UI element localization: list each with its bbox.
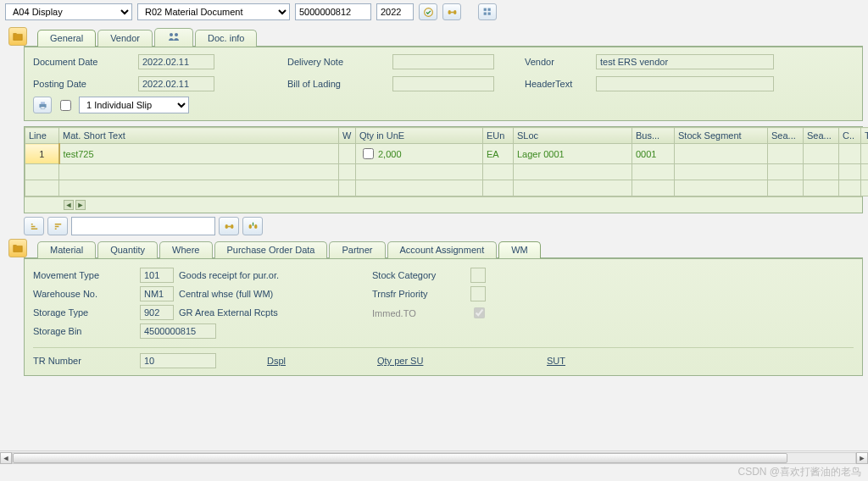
immed-to-checkbox	[474, 307, 485, 318]
refdoc-select[interactable]: R02 Material Document	[137, 3, 290, 20]
col-bus[interactable]: Bus...	[632, 128, 675, 144]
warehouse-no-text: Central whse (full WM)	[179, 289, 281, 299]
find-in-items-button[interactable]	[219, 217, 239, 235]
row-w	[339, 144, 356, 164]
posting-date-value: 2022.02.11	[138, 76, 214, 91]
row-sloc: Lager 0001	[514, 144, 632, 164]
tab-quantity[interactable]: Quantity	[97, 241, 158, 258]
tab-general[interactable]: General	[37, 30, 96, 47]
svg-rect-14	[231, 224, 233, 229]
items-table: Line Mat. Short Text W Qty in UnE EUn SL…	[24, 126, 863, 213]
row-qty-check[interactable]	[363, 148, 374, 159]
tab-general-label: General	[50, 33, 83, 43]
warehouse-no-label: Warehouse No.	[33, 289, 135, 299]
col-w[interactable]: W	[339, 128, 356, 144]
movement-type-label: Movement Type	[33, 270, 135, 280]
col-c[interactable]: C..	[839, 128, 861, 144]
printer-icon	[37, 100, 48, 111]
binoculars-icon	[224, 221, 235, 232]
svg-rect-12	[41, 107, 45, 108]
tab-partner-label: Partner	[342, 245, 372, 255]
row-stock-segment	[675, 144, 768, 164]
storage-type-text: GR Area External Rcpts	[179, 307, 281, 318]
row-sea1	[768, 144, 804, 164]
items-search-input[interactable]	[71, 217, 215, 235]
col-stock-segment[interactable]: Stock Segment	[675, 128, 768, 144]
tab-acct-assign-label: Account Assignment	[400, 245, 485, 255]
sort-desc-button[interactable]	[47, 217, 68, 235]
sort-asc-button[interactable]	[24, 217, 44, 235]
doc-number-input[interactable]	[295, 3, 371, 20]
row-bus: 0001	[632, 144, 675, 164]
posting-date-label: Posting Date	[33, 79, 135, 89]
scroll-right-icon[interactable]: ►	[856, 452, 868, 464]
overview-button[interactable]	[478, 3, 497, 20]
col-qty[interactable]: Qty in UnE	[356, 128, 483, 144]
warehouse-no-code: NM1	[140, 286, 174, 301]
col-line[interactable]: Line	[25, 128, 59, 144]
execute-button[interactable]	[419, 3, 437, 20]
stock-category-value	[470, 268, 486, 283]
row-line[interactable]: 1	[25, 144, 59, 164]
vendor-label: Vendor	[525, 57, 593, 67]
scroll-left-button[interactable]: ◄	[64, 200, 74, 210]
bill-of-lading-value	[392, 76, 494, 91]
row-eun: EA	[483, 144, 514, 164]
find-button[interactable]	[442, 3, 461, 20]
folder-icon	[12, 30, 24, 42]
row-qty-value: 2,000	[378, 149, 402, 159]
detail-tabstrip-row: Material Quantity Where Purchase Order D…	[0, 239, 868, 257]
svg-rect-17	[254, 224, 257, 229]
tab-acct-assign[interactable]: Account Assignment	[387, 241, 498, 258]
tab-contacts[interactable]	[154, 28, 193, 47]
storage-type-code: 902	[140, 305, 174, 320]
tab-docinfo[interactable]: Doc. info	[195, 30, 257, 47]
col-mat-short-text[interactable]: Mat. Short Text	[59, 128, 339, 144]
col-eun[interactable]: EUn	[483, 128, 514, 144]
delivery-note-label: Delivery Note	[287, 57, 389, 67]
find-next-button[interactable]	[242, 217, 263, 235]
tab-where-label: Where	[172, 245, 199, 255]
tab-po-data[interactable]: Purchase Order Data	[214, 241, 328, 258]
scroll-left-icon[interactable]: ◄	[0, 452, 12, 464]
tab-wm[interactable]: WM	[498, 241, 541, 258]
table-row	[25, 164, 869, 180]
svg-point-8	[170, 33, 173, 36]
detail-collapse-button[interactable]	[8, 239, 27, 257]
row-mat-short-text: test725	[59, 144, 339, 164]
print-checkbox[interactable]	[60, 100, 71, 111]
items-header-row: Line Mat. Short Text W Qty in UnE EUn SL…	[25, 128, 869, 144]
col-sea1[interactable]: Sea...	[768, 128, 804, 144]
header-tabstrip: General Vendor Doc. info	[37, 27, 259, 46]
immed-to-label: Immed.TO	[372, 308, 465, 318]
page-hscrollbar[interactable]: ◄ ►	[0, 451, 868, 464]
sut-label[interactable]: SUT	[547, 356, 648, 366]
scrollbar-track[interactable]	[12, 452, 856, 464]
scrollbar-thumb[interactable]	[13, 453, 787, 463]
binoculars-icon	[447, 7, 458, 18]
items-hscroll: ◄ ►	[25, 196, 862, 213]
stock-category-label: Stock Category	[372, 270, 465, 280]
col-th[interactable]: Th...	[861, 128, 869, 144]
tab-partner[interactable]: Partner	[329, 241, 385, 258]
dspl-label[interactable]: Dspl	[267, 356, 369, 366]
storage-bin-label: Storage Bin	[33, 326, 135, 336]
print-button[interactable]	[33, 97, 52, 113]
col-sloc[interactable]: SLoc	[514, 128, 632, 144]
tab-wm-label: WM	[511, 245, 528, 255]
row-c	[839, 144, 861, 164]
col-sea2[interactable]: Sea...	[804, 128, 839, 144]
slip-mode-select[interactable]: 1 Individual Slip	[79, 97, 189, 113]
scroll-right-button[interactable]: ►	[75, 200, 86, 210]
qty-per-su-label[interactable]: Qty per SU	[377, 356, 479, 366]
wm-panel: Movement Type 101 Goods receipt for pur.…	[24, 259, 863, 376]
transaction-select[interactable]: A04 Display	[5, 3, 132, 20]
header-collapse-button[interactable]	[8, 27, 27, 46]
tab-material[interactable]: Material	[37, 241, 96, 258]
tab-vendor[interactable]: Vendor	[97, 30, 153, 47]
year-input[interactable]	[376, 3, 414, 20]
tab-where[interactable]: Where	[159, 241, 212, 258]
items-search-toolbar	[24, 217, 863, 235]
svg-rect-1	[448, 10, 450, 14]
table-row[interactable]: 1 test725 2,000 EA Lager 0001 0001	[25, 144, 869, 164]
